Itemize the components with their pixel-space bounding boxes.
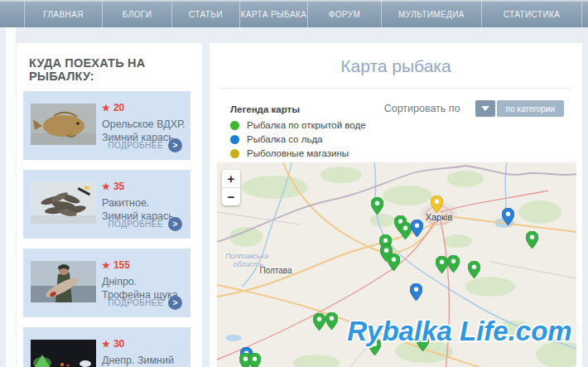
green-map-pin[interactable] xyxy=(388,254,400,271)
more-label: ПОДРОБНЕЕ xyxy=(108,220,163,229)
item-photo-carp[interactable] xyxy=(31,104,96,145)
site-watermark: Rybalka Life.com xyxy=(347,316,571,347)
rating-value: 30 xyxy=(113,338,124,350)
more-link[interactable]: ПОДРОБНЕЕ > xyxy=(108,296,182,310)
green-map-pin[interactable] xyxy=(325,312,338,330)
item-meta: ★30 Днепр. Зимний карась. xyxy=(102,338,186,367)
chevron-down-icon xyxy=(481,106,489,111)
rating-value: 20 xyxy=(113,102,124,113)
sort-dropdown-button[interactable] xyxy=(475,100,495,117)
green-map-pin[interactable] xyxy=(248,353,261,367)
more-link[interactable]: ПОДРОБНЕЕ > xyxy=(108,217,182,231)
green-map-pin[interactable] xyxy=(447,255,460,273)
blue-map-pin[interactable] xyxy=(502,208,514,225)
nav-item-blogs[interactable]: БЛОГИ xyxy=(102,2,171,27)
legend-label: Рыбалка со льда xyxy=(247,134,323,144)
sidebar-where-to-fish: КУДА ПОЕХАТЬ НА РЫБАЛКУ: ★20 Орельское В… xyxy=(17,43,202,367)
sidebar-list-item: ★35 Ракитное. Зимний карась. ПОДРОБНЕЕ > xyxy=(23,170,190,239)
item-rating: ★155 xyxy=(102,259,186,271)
legend-label: Рыбалка по открытой воде xyxy=(247,120,366,130)
carp-photo-art xyxy=(31,104,96,145)
nav-spacer xyxy=(581,2,588,27)
page-title: Карта рыбака xyxy=(210,56,582,76)
pike-trophy-photo-art xyxy=(31,261,96,302)
rating-value: 35 xyxy=(113,181,124,192)
map-zoom-control: + − xyxy=(222,170,240,205)
blue-map-pin[interactable] xyxy=(411,220,423,237)
nav-item-articles[interactable]: СТАТЬИ xyxy=(171,2,239,27)
left-page-edge xyxy=(6,27,16,367)
nav-item-forum[interactable]: ФОРУМ xyxy=(307,2,381,27)
green-map-pin[interactable] xyxy=(436,256,448,273)
rating-value: 155 xyxy=(113,259,130,271)
green-map-pin[interactable] xyxy=(399,222,412,239)
title-divider xyxy=(219,88,572,89)
yellow-map-pin[interactable] xyxy=(431,196,443,213)
map-label-city: Харків xyxy=(426,212,453,222)
arrow-right-icon: > xyxy=(168,138,182,152)
star-icon: ★ xyxy=(102,260,110,270)
nav-item-multimedia[interactable]: МУЛЬТИМЕДИА xyxy=(381,2,481,27)
item-rating: ★30 xyxy=(102,338,186,350)
nav-item-statistics[interactable]: СТАТИСТИКА xyxy=(481,2,581,27)
item-rating: ★20 xyxy=(102,102,186,113)
fisher-map-panel: Карта рыбака Легенда карты Рыбалка по от… xyxy=(210,43,582,367)
zoom-in-button[interactable]: + xyxy=(222,170,240,188)
more-label: ПОДРОБНЕЕ xyxy=(108,298,163,307)
more-label: ПОДРОБНЕЕ xyxy=(108,141,163,150)
item-title: Днепр. Зимний карась. xyxy=(102,355,186,367)
item-photo-fish-on-ice[interactable] xyxy=(31,182,96,224)
star-icon: ★ xyxy=(102,181,110,191)
green-map-pin[interactable] xyxy=(371,197,383,215)
sidebar-heading: КУДА ПОЕХАТЬ НА РЫБАЛКУ: xyxy=(29,56,192,83)
sidebar-list-item: ★20 Орельское ВДХР. Зимний карась. ПОДРО… xyxy=(23,91,190,160)
sidebar-list-item: ★155 Дніпро. Трофейна щука. ПОДРОБНЕЕ > xyxy=(23,249,190,317)
map-legend: Легенда карты Рыбалка по открытой воде Р… xyxy=(230,104,366,158)
arrow-right-icon: > xyxy=(168,296,182,310)
green-map-pin[interactable] xyxy=(313,313,325,331)
nav-item-home[interactable]: ГЛАВНАЯ xyxy=(24,2,102,27)
fisher-map[interactable]: ХарківПолтаваПолтавськаобласть Rybalka L… xyxy=(217,162,576,367)
legend-label: Рыболовные магазины xyxy=(247,148,349,158)
legend-item-open-water: Рыбалка по открытой воде xyxy=(230,120,366,130)
open-water-dot-icon xyxy=(230,121,239,130)
legend-item-shops: Рыболовные магазины xyxy=(230,148,366,158)
item-photo-pike-trophy[interactable] xyxy=(31,261,96,302)
shops-dot-icon xyxy=(230,149,239,158)
fish-on-ice-photo-art xyxy=(31,182,96,224)
sort-by-category-button[interactable]: по категории xyxy=(497,100,564,117)
map-label-region: область xyxy=(234,260,264,268)
nav-spacer xyxy=(0,2,24,27)
legend-item-ice-fishing: Рыбалка со льда xyxy=(230,134,366,144)
sort-label: Сортировать по xyxy=(384,103,460,114)
top-navigation: ГЛАВНАЯ БЛОГИ СТАТЬИ КАРТА РЫБАКА ФОРУМ … xyxy=(0,0,588,27)
green-map-pin[interactable] xyxy=(526,231,538,249)
zoom-out-button[interactable]: − xyxy=(222,188,240,205)
green-map-pin[interactable] xyxy=(468,261,480,278)
item-photo-night-fishing[interactable] xyxy=(31,340,96,367)
item-rating: ★35 xyxy=(102,181,186,192)
nav-item-fisher-map[interactable]: КАРТА РЫБАКА xyxy=(239,2,307,27)
sort-control: Сортировать по по категории xyxy=(384,100,564,117)
more-link[interactable]: ПОДРОБНЕЕ > xyxy=(108,138,182,152)
ice-fishing-dot-icon xyxy=(230,135,239,144)
map-label-town: Полтава xyxy=(259,266,292,275)
night-fishing-photo-art xyxy=(31,340,96,367)
sidebar-list-item: ★30 Днепр. Зимний карась. xyxy=(23,327,190,367)
map-label-region: Полтавська xyxy=(225,252,268,260)
legend-heading: Легенда карты xyxy=(230,104,366,114)
star-icon: ★ xyxy=(102,103,110,113)
blue-map-pin[interactable] xyxy=(410,283,422,301)
star-icon: ★ xyxy=(102,339,110,349)
arrow-right-icon: > xyxy=(168,217,182,231)
